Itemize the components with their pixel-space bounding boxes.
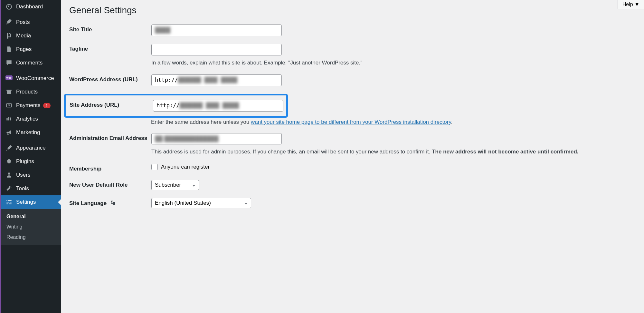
sidebar-item-label: Settings bbox=[16, 199, 36, 205]
submenu-item-reading[interactable]: Reading bbox=[1, 232, 61, 242]
default-role-select[interactable]: Subscriber bbox=[151, 180, 199, 190]
site-title-input[interactable]: ████ bbox=[151, 24, 282, 36]
admin-email-input[interactable]: ██ ██████████████ bbox=[151, 133, 282, 145]
help-tab[interactable]: Help ▼ bbox=[618, 0, 644, 9]
admin-email-description: This address is used for admin purposes.… bbox=[151, 148, 636, 156]
sidebar-item-marketing[interactable]: Marketing bbox=[1, 126, 61, 139]
user-icon bbox=[5, 171, 13, 179]
tagline-input[interactable] bbox=[151, 44, 282, 55]
sidebar-item-label: Dashboard bbox=[16, 4, 43, 10]
archive-icon bbox=[5, 88, 13, 96]
admin-email-label: Administration Email Address bbox=[69, 133, 151, 142]
chart-icon bbox=[5, 115, 13, 123]
site-address-description: Enter the same address here unless you w… bbox=[151, 119, 636, 125]
sidebar-item-products[interactable]: Products bbox=[1, 85, 61, 99]
sliders-icon bbox=[5, 198, 13, 206]
site-address-input[interactable]: http://███████ ████ █████ bbox=[153, 100, 283, 112]
sidebar-item-label: Plugins bbox=[16, 158, 34, 165]
dashboard-icon bbox=[5, 3, 13, 11]
page-title: General Settings bbox=[69, 4, 636, 24]
sidebar-item-label: Appearance bbox=[16, 145, 46, 151]
comment-icon bbox=[5, 59, 13, 67]
wordpress-address-input[interactable]: http://███████ ████ █████ bbox=[151, 74, 282, 86]
membership-checkbox[interactable] bbox=[151, 164, 158, 170]
sidebar-item-label: Analytics bbox=[16, 116, 38, 122]
tagline-label: Tagline bbox=[69, 44, 151, 52]
sidebar-item-payments[interactable]: $ Payments 1 bbox=[1, 99, 61, 112]
site-address-label: Site Address (URL) bbox=[70, 100, 153, 108]
sidebar-item-woocommerce[interactable]: woo WooCommerce bbox=[1, 72, 61, 85]
sidebar-item-label: Posts bbox=[16, 19, 30, 25]
sidebar-item-dashboard[interactable]: Dashboard bbox=[1, 0, 61, 14]
sidebar-item-label: Comments bbox=[16, 60, 43, 66]
site-address-link[interactable]: want your site home page to be different… bbox=[251, 119, 451, 125]
sidebar-item-label: Users bbox=[16, 172, 30, 178]
default-role-label: New User Default Role bbox=[69, 180, 151, 188]
sidebar-item-label: Marketing bbox=[16, 129, 40, 136]
sidebar-item-media[interactable]: Media bbox=[1, 29, 61, 43]
plug-icon bbox=[5, 158, 13, 165]
notification-badge: 1 bbox=[43, 103, 51, 108]
wordpress-address-label: WordPress Address (URL) bbox=[69, 74, 151, 83]
sidebar-item-pages[interactable]: Pages bbox=[1, 43, 61, 56]
page-icon bbox=[5, 45, 13, 53]
sidebar-item-comments[interactable]: Comments bbox=[1, 56, 61, 70]
sidebar-item-appearance[interactable]: Appearance bbox=[1, 141, 61, 155]
site-title-label: Site Title bbox=[69, 24, 151, 33]
megaphone-icon bbox=[5, 129, 13, 136]
sidebar-item-label: Tools bbox=[16, 185, 29, 192]
site-language-label: Site Language bbox=[69, 198, 151, 207]
sidebar-item-settings[interactable]: Settings bbox=[1, 195, 61, 209]
brush-icon bbox=[5, 144, 13, 152]
pin-icon bbox=[5, 18, 13, 26]
settings-submenu: General Writing Reading bbox=[1, 209, 61, 245]
wrench-icon bbox=[5, 185, 13, 192]
svg-text:woo: woo bbox=[6, 76, 12, 79]
sidebar-item-plugins[interactable]: Plugins bbox=[1, 155, 61, 168]
site-address-highlight: Site Address (URL) http://███████ ████ █… bbox=[64, 94, 288, 118]
submenu-item-writing[interactable]: Writing bbox=[1, 222, 61, 232]
payment-icon: $ bbox=[5, 102, 13, 109]
submenu-item-general[interactable]: General bbox=[1, 211, 61, 222]
main-content: Help ▼ General Settings Site Title ████ … bbox=[61, 0, 644, 313]
media-icon bbox=[5, 32, 13, 40]
sidebar-item-label: Pages bbox=[16, 46, 32, 53]
sidebar-item-label: Media bbox=[16, 33, 31, 39]
translate-icon bbox=[110, 200, 116, 207]
sidebar-item-analytics[interactable]: Analytics bbox=[1, 112, 61, 126]
tagline-description: In a few words, explain what this site i… bbox=[151, 59, 636, 67]
site-language-select[interactable]: English (United States) bbox=[151, 198, 251, 208]
woo-icon: woo bbox=[5, 74, 13, 82]
membership-label: Membership bbox=[69, 164, 151, 172]
sidebar-item-label: Payments bbox=[16, 102, 41, 109]
admin-sidebar: Dashboard Posts Media Pages Comments woo… bbox=[1, 0, 61, 313]
svg-text:$: $ bbox=[8, 104, 10, 107]
sidebar-item-label: Products bbox=[16, 89, 38, 95]
sidebar-item-users[interactable]: Users bbox=[1, 168, 61, 182]
membership-option-label: Anyone can register bbox=[161, 164, 210, 170]
sidebar-item-posts[interactable]: Posts bbox=[1, 15, 61, 29]
sidebar-item-tools[interactable]: Tools bbox=[1, 182, 61, 195]
sidebar-item-label: WooCommerce bbox=[16, 75, 54, 82]
